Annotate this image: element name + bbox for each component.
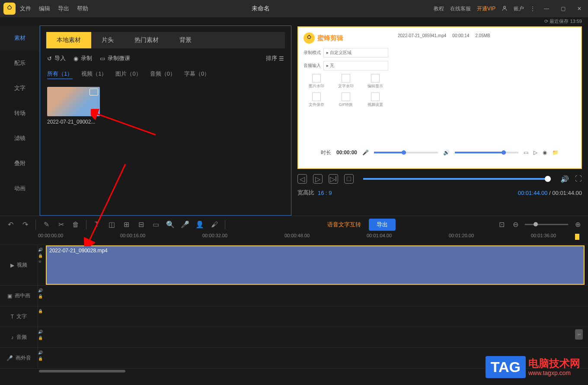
watermark: TAG 电脑技术网 www.tagxp.com (486, 356, 580, 378)
video-track-icon: ▶ (10, 262, 14, 268)
player-time: 00:00:00 (336, 150, 357, 156)
more-icon[interactable]: ⋮ (530, 6, 535, 12)
cut-icon[interactable]: ✂ (57, 220, 65, 229)
user-icon[interactable] (502, 5, 508, 13)
close-button[interactable]: ✕ (574, 3, 585, 14)
filter-image[interactable]: 图片（0） (115, 70, 141, 79)
mosaic-icon[interactable]: ⊞ (122, 220, 131, 229)
aspect-label: 宽高比 (297, 189, 314, 197)
prev-button[interactable]: ◁ (297, 174, 307, 184)
filter-video[interactable]: 视频（1） (81, 70, 107, 79)
next-button[interactable]: ▷І (329, 174, 338, 184)
rec-icon: ◉ (543, 150, 547, 156)
lefttab-text[interactable]: 文字 (0, 76, 39, 101)
import-button[interactable]: ↺ 导入 (47, 54, 66, 62)
mediatab-intro[interactable]: 片头 (91, 32, 124, 48)
list-dur: 00:00:14 (452, 33, 469, 38)
playhead[interactable] (575, 234, 579, 240)
record-course-button[interactable]: ▭ 录制微课 (100, 54, 130, 62)
grid-item: 视频设置 (362, 92, 388, 108)
ruler-mark: 00:00:32.00 (202, 233, 227, 238)
fit-icon[interactable]: ⊡ (497, 220, 506, 229)
edit-icon[interactable]: ✎ (42, 220, 51, 229)
link-service[interactable]: 在线客服 (450, 5, 471, 13)
export-button[interactable]: 导出 (369, 219, 396, 231)
undo-icon[interactable]: ↶ (6, 220, 15, 229)
lefttab-filter[interactable]: 滤镜 (0, 126, 39, 151)
time-ruler[interactable]: 00:00:00.00 00:00:16.00 00:00:32.00 00:0… (0, 233, 588, 245)
menu-file[interactable]: 文件 (20, 5, 31, 13)
sort-button[interactable]: 排序 ☰ (266, 54, 284, 62)
window-title: 未命名 (88, 5, 434, 13)
preview-box[interactable]: 蜜蜂剪辑 录制模式 ▸ 自定义区域 音频输入 ▸ 无 图片水印 文字水印 编辑显… (297, 26, 582, 169)
watermark-title: 电脑技术网 (528, 358, 580, 369)
ruler-mark: 00:01:36.00 (531, 233, 556, 238)
redo-icon[interactable]: ↷ (21, 220, 29, 229)
mediatab-local[interactable]: 本地素材 (46, 32, 91, 48)
watermark-badge: TAG (486, 356, 526, 378)
freeze-icon[interactable]: ▭ (151, 220, 160, 229)
ruler-mark: 00:00:16.00 (120, 233, 145, 238)
grid-item: 文字水印 (333, 74, 359, 89)
playback-progress[interactable] (363, 178, 551, 180)
text-tool-icon[interactable]: T (93, 220, 101, 229)
menu-export[interactable]: 导出 (58, 5, 69, 13)
track-pip: ▣画中画 🔊🔒 (0, 286, 588, 306)
lefttab-animation[interactable]: 动画 (0, 176, 39, 201)
media-panel: 本地素材 片头 热门素材 背景 ↺ 导入 ◉ 录制 ▭ 录制微课 排序 ☰ (40, 25, 291, 216)
lefttab-transition[interactable]: 转场 (0, 101, 39, 126)
minimize-button[interactable]: — (541, 3, 552, 14)
crop-icon[interactable]: ◫ (107, 220, 116, 229)
mediatab-hot[interactable]: 热门素材 (124, 32, 169, 48)
play-button[interactable]: ▷ (313, 174, 323, 184)
volume-icon[interactable]: 🔊 (560, 175, 569, 183)
delete-icon[interactable]: 🗑 (71, 220, 80, 229)
razor-icon[interactable]: ✂ (575, 329, 583, 340)
folder-icon: 📁 (552, 150, 559, 156)
ruler-mark: 00:00:48.00 (284, 233, 310, 238)
sort-icon: ☰ (279, 55, 284, 62)
split-icon[interactable]: ⊟ (137, 220, 145, 229)
text-track-icon: T (11, 314, 14, 320)
media-thumb[interactable]: 2022-07-21_09002... (47, 87, 100, 125)
mediatab-bg[interactable]: 背景 (169, 32, 202, 48)
record-button[interactable]: ◉ 录制 (74, 54, 92, 62)
zoom-slider[interactable] (525, 224, 568, 225)
stop-button[interactable]: □ (344, 174, 354, 184)
ruler-mark: 00:00:00.00 (38, 233, 63, 238)
menu-help[interactable]: 帮助 (77, 5, 88, 13)
face-icon[interactable]: 👤 (195, 220, 204, 229)
brand-logo-icon (304, 32, 315, 44)
video-clip[interactable]: 2022-07-21_090028.mp4 (46, 245, 585, 285)
brush-icon[interactable]: 🖌 (210, 220, 219, 229)
titlebar: 文件 编辑 导出 帮助 未命名 教程 在线客服 开通VIP 账户 ⋮ — ▢ ✕ (0, 0, 588, 17)
zoom-tool-icon[interactable]: 🔍 (166, 220, 175, 229)
link-vip[interactable]: 开通VIP (477, 5, 495, 13)
menu-bar: 文件 编辑 导出 帮助 (20, 5, 88, 13)
playback-controls: ◁ ▷ ▷І □ 🔊 ⛶ (297, 169, 582, 189)
zoom-in-icon[interactable]: ⊕ (573, 220, 582, 229)
import-icon: ↺ (47, 55, 52, 62)
aspect-value[interactable]: 16 : 9 (318, 190, 332, 196)
filter-subtitle[interactable]: 字幕（0） (184, 70, 210, 79)
track-video: ▶ 视频 🔊🔒👁 2022-07-21_090028.mp4 (0, 245, 588, 286)
lefttab-music[interactable]: 配乐 (0, 51, 39, 76)
ruler-mark: 00:01:20.00 (449, 233, 474, 238)
lefttab-material[interactable]: 素材 (0, 25, 39, 51)
link-account[interactable]: 账户 (514, 5, 524, 13)
course-icon: ▭ (100, 55, 105, 62)
filter-audio[interactable]: 音频（0） (150, 70, 176, 79)
zoom-out-icon[interactable]: ⊖ (511, 220, 520, 229)
link-tutorial[interactable]: 教程 (434, 5, 444, 13)
voice-convert-link[interactable]: 语音文字互转 (327, 221, 361, 229)
lefttab-overlay[interactable]: 叠附 (0, 151, 39, 176)
voice-icon[interactable]: 🎤 (181, 220, 189, 229)
menu-edit[interactable]: 编辑 (39, 5, 50, 13)
speaker-icon: 🔊 (443, 150, 450, 156)
track-audio: ♪音频 🔊🔒 (0, 327, 588, 348)
maximize-button[interactable]: ▢ (558, 3, 568, 14)
ruler-mark: 00:01:04.00 (367, 233, 392, 238)
save-status: ⟳ 最近保存 13:59 (0, 17, 588, 25)
filter-all[interactable]: 所有（1） (47, 70, 73, 79)
fullscreen-icon[interactable]: ⛶ (575, 175, 582, 183)
